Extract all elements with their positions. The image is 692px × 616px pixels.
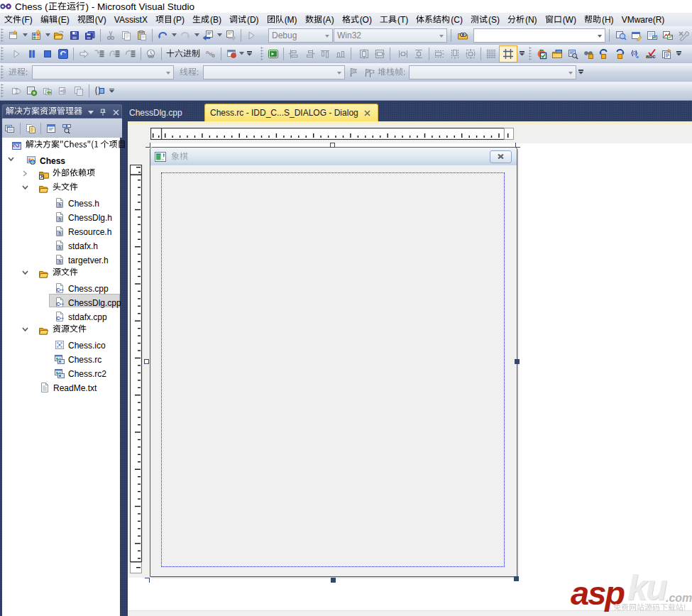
svg-text:h: h — [58, 202, 61, 207]
svg-text:h: h — [58, 259, 61, 264]
svg-text:++: ++ — [60, 315, 64, 319]
svg-text:h: h — [58, 216, 61, 221]
svg-text:++: ++ — [60, 287, 64, 291]
svg-text:h: h — [58, 245, 61, 250]
svg-text:0: 0 — [633, 50, 636, 55]
svg-text:h: h — [58, 231, 61, 236]
svg-text:++: ++ — [60, 301, 64, 305]
